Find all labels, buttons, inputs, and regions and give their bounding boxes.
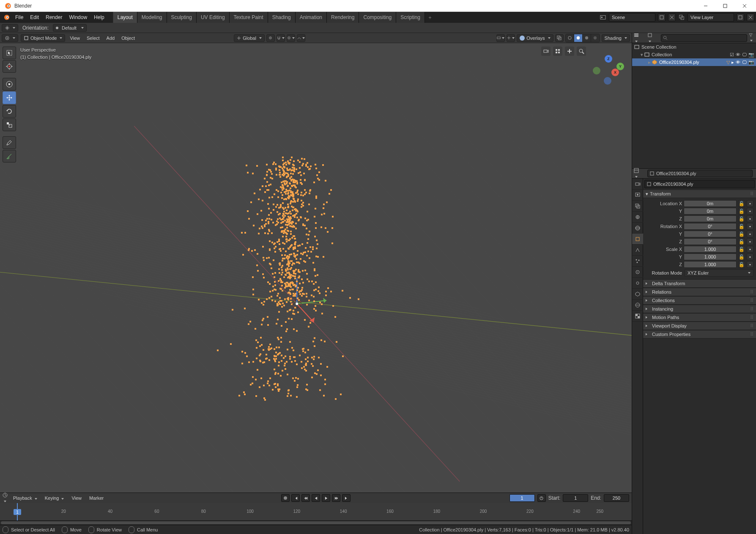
- blender-icon[interactable]: [2, 12, 12, 23]
- ptab-material[interactable]: [632, 300, 643, 311]
- motion-paths-header[interactable]: Motion Paths⠿: [643, 313, 756, 322]
- keying-menu[interactable]: Keying: [43, 495, 66, 501]
- lock-loc-z[interactable]: 🔓: [738, 215, 745, 222]
- timeline-scrollbar[interactable]: [0, 520, 632, 525]
- scene-delete-button[interactable]: [668, 14, 676, 21]
- xray-toggle[interactable]: [555, 34, 564, 42]
- scale-x[interactable]: 1.000: [684, 246, 737, 253]
- ptab-modifiers[interactable]: [632, 245, 643, 256]
- scene-new-button[interactable]: [658, 14, 666, 21]
- rot-y[interactable]: 0°: [684, 231, 737, 237]
- next-key-button[interactable]: [332, 494, 340, 502]
- layer-browse-icon[interactable]: [678, 14, 685, 20]
- maximize-button[interactable]: [715, 0, 735, 12]
- tab-modeling[interactable]: Modeling: [137, 12, 167, 23]
- gizmo-toggle[interactable]: [507, 34, 515, 42]
- tab-layout[interactable]: Layout: [113, 12, 137, 23]
- ptab-render[interactable]: [632, 179, 643, 190]
- anim-rot-z[interactable]: •: [747, 238, 753, 245]
- tab-sculpting[interactable]: Sculpting: [167, 12, 197, 23]
- tab-compositing[interactable]: Compositing: [359, 12, 396, 23]
- object-hide-icon[interactable]: 👁: [736, 60, 740, 65]
- delta-transform-header[interactable]: Delta Transform: [643, 279, 756, 288]
- rotation-mode[interactable]: XYZ Euler: [685, 269, 753, 277]
- tab-scripting[interactable]: Scripting: [396, 12, 425, 23]
- anim-loc-x[interactable]: •: [747, 200, 753, 207]
- instancing-header[interactable]: Instancing⠿: [643, 305, 756, 313]
- viewport-display-header[interactable]: Viewport Display⠿: [643, 322, 756, 330]
- collections-header[interactable]: Collections⠿: [643, 296, 756, 305]
- marker-menu[interactable]: Marker: [87, 495, 106, 501]
- shading-wire[interactable]: [566, 34, 574, 42]
- close-button[interactable]: [735, 0, 754, 12]
- rot-z[interactable]: 0°: [684, 238, 737, 245]
- lock-rot-z[interactable]: 🔓: [738, 238, 745, 245]
- add-workspace-button[interactable]: ＋: [425, 12, 435, 23]
- outliner-collection[interactable]: ▾ Collection ☑ 👁 🖵 📷: [632, 51, 756, 58]
- tab-texturepaint[interactable]: Texture Paint: [230, 12, 268, 23]
- outliner-type[interactable]: [634, 33, 646, 44]
- select-menu[interactable]: Select: [85, 36, 102, 41]
- lock-scale-x[interactable]: 🔓: [738, 246, 745, 253]
- timeline-editor-type[interactable]: [3, 493, 8, 504]
- outliner-display-mode[interactable]: [647, 33, 659, 44]
- tool-move[interactable]: [3, 91, 16, 104]
- axis-x[interactable]: X: [611, 69, 619, 76]
- tool-measure[interactable]: [3, 150, 16, 162]
- loc-x[interactable]: 0m: [684, 200, 737, 207]
- menu-edit[interactable]: Edit: [27, 12, 42, 23]
- tool-move-local[interactable]: [3, 78, 16, 91]
- lock-rot-x[interactable]: 🔓: [738, 223, 745, 230]
- lock-rot-y[interactable]: 🔓: [738, 231, 745, 237]
- nav-camera-button[interactable]: [541, 47, 551, 56]
- jump-end-button[interactable]: [342, 494, 351, 502]
- menu-help[interactable]: Help: [90, 12, 108, 23]
- start-frame[interactable]: 1: [563, 494, 588, 502]
- pivot-button[interactable]: [266, 34, 275, 42]
- object-visibility-button[interactable]: [496, 34, 505, 42]
- ptab-viewlayer[interactable]: [632, 201, 643, 212]
- ptab-constraints[interactable]: [632, 278, 643, 289]
- outliner-object-row[interactable]: ▸ Office20190304.ply ▽ ▸ 👁 🖵 📷: [632, 58, 756, 66]
- loc-y[interactable]: 0m: [684, 208, 737, 215]
- tool-select[interactable]: [3, 47, 16, 59]
- timeline-tracks[interactable]: 020406080100120140160180200220240250 1: [0, 503, 632, 520]
- minimize-button[interactable]: [696, 0, 715, 12]
- tool-annotate[interactable]: [3, 136, 16, 149]
- shading-rendered[interactable]: [591, 34, 600, 42]
- axis-z[interactable]: Z: [605, 55, 612, 63]
- transform-panel-header[interactable]: ▾Transform⠿: [643, 190, 756, 198]
- relations-header[interactable]: Relations⠿: [643, 288, 756, 296]
- timeline-view-menu[interactable]: View: [69, 495, 84, 501]
- anim-scale-y[interactable]: •: [747, 253, 753, 260]
- jump-start-button[interactable]: [291, 494, 300, 502]
- playhead[interactable]: 1: [17, 503, 18, 520]
- ptab-physics[interactable]: [632, 267, 643, 278]
- properties-breadcrumb[interactable]: Office20190304.ply: [647, 170, 753, 177]
- object-render-icon[interactable]: 📷: [748, 60, 754, 65]
- prev-key-button[interactable]: [301, 494, 310, 502]
- scene-browse-icon[interactable]: [600, 14, 606, 20]
- overlays-dropdown[interactable]: Overlays: [517, 34, 553, 42]
- collection-render-icon[interactable]: 📷: [748, 52, 754, 58]
- outliner-filter[interactable]: [749, 33, 753, 43]
- properties-type[interactable]: [634, 168, 646, 179]
- lock-loc-y[interactable]: 🔓: [738, 208, 745, 215]
- outliner-search[interactable]: [661, 34, 747, 42]
- axis-neg-z[interactable]: [604, 77, 611, 85]
- add-menu[interactable]: Add: [104, 36, 117, 41]
- anim-loc-z[interactable]: •: [747, 215, 753, 222]
- ptab-output[interactable]: [632, 190, 643, 201]
- viewlayer-delete-button[interactable]: [747, 14, 754, 21]
- object-select-icon[interactable]: ▸: [731, 60, 734, 65]
- nav-pan-button[interactable]: [565, 47, 574, 56]
- play-reverse-button[interactable]: [312, 494, 320, 502]
- anim-loc-y[interactable]: •: [747, 208, 753, 215]
- collection-hide-icon[interactable]: 👁: [736, 52, 740, 58]
- nav-persp-button[interactable]: [553, 47, 562, 56]
- tool-scale[interactable]: [3, 118, 16, 131]
- outliner-scene-collection[interactable]: Scene Collection: [632, 43, 756, 51]
- snap-button[interactable]: [277, 34, 285, 42]
- auto-keyframe-button[interactable]: [281, 494, 290, 502]
- ptab-world[interactable]: [632, 223, 643, 234]
